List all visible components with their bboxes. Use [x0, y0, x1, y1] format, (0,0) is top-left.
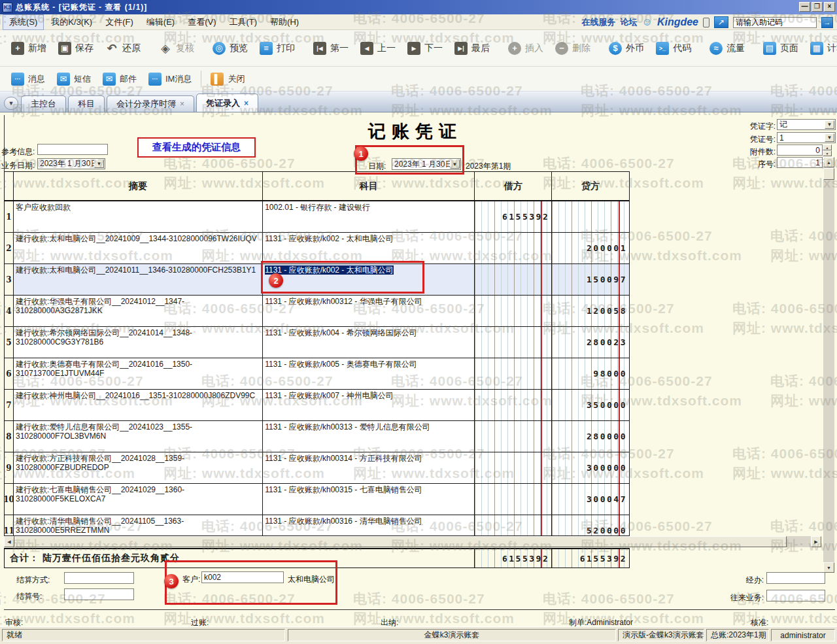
attachment-count-stepper[interactable]: ▲▼ — [823, 144, 832, 156]
table-row[interactable]: 10建行收款:七喜电脑销售公司__20241029__1360-31028000… — [5, 484, 629, 515]
next-button[interactable]: ▶下一 — [401, 39, 449, 58]
table-row[interactable]: 7建行收款:神州电脑公司__20241016__1351-310280000J8… — [5, 390, 629, 421]
debit-cell[interactable] — [475, 264, 552, 295]
table-row[interactable]: 6建行收款:奥德赛电子有限公司__20241016__1350-31071370… — [5, 358, 629, 390]
horizontal-scrollbar[interactable]: ◀ ▶ — [4, 536, 821, 547]
credit-cell[interactable]: 280000 — [552, 421, 629, 452]
first-button[interactable]: |◀第一 — [307, 39, 354, 58]
account-cell[interactable]: 1131 - 应收账款/kh00312 - 华强电子有限公司 — [263, 296, 475, 326]
vertical-scrollbar[interactable]: ▲ ▼ — [823, 157, 834, 573]
close-button[interactable]: × — [824, 2, 835, 12]
chevron-down-icon[interactable]: ▼ — [825, 133, 834, 142]
menu-item-7[interactable]: 帮助(H) — [264, 15, 305, 29]
account-cell[interactable]: 1131 - 应收账款/k004 - 希尔顿网络国际公司 — [263, 327, 475, 358]
previous-button[interactable]: ◀上一 — [354, 39, 401, 58]
debit-cell[interactable] — [475, 515, 552, 536]
close-icon[interactable]: × — [244, 99, 248, 108]
insert-button[interactable]: +插入 — [502, 39, 549, 58]
credit-cell[interactable]: 200001 — [552, 233, 629, 263]
credit-cell[interactable]: 300047 — [552, 484, 629, 515]
table-row[interactable]: 9建行收款:方正科技有限公司__20241028__1359-310280000… — [5, 452, 629, 484]
scroll-left-icon[interactable]: ◀ — [4, 536, 14, 547]
menu-item-5[interactable]: 查看(V) — [182, 15, 222, 29]
vertical-scroll-thumb[interactable] — [823, 168, 834, 180]
credit-cell[interactable] — [552, 201, 629, 232]
flow-button[interactable]: ≈流量 — [704, 39, 751, 58]
scroll-right-icon[interactable]: ▶ — [811, 536, 821, 547]
view-generated-voucher-button[interactable]: 查看生成的凭证信息 — [137, 137, 256, 158]
menu-item-3[interactable]: 文件(F) — [99, 15, 139, 29]
preview-button[interactable]: ◎预览 — [207, 39, 254, 58]
menu-item-6[interactable]: 工具(T) — [223, 15, 263, 29]
minimize-button[interactable]: — — [799, 2, 810, 12]
tab-dropdown-button[interactable]: ▼ — [4, 97, 18, 110]
tab-3[interactable]: 会计分录序时簿× — [107, 95, 194, 112]
debit-cell[interactable] — [475, 327, 552, 358]
operator-input[interactable] — [766, 572, 825, 584]
table-row[interactable]: 5建行收款:希尔顿网络国际公司__20241014__1348-31028000… — [5, 327, 629, 358]
scroll-down-icon[interactable]: ▼ — [823, 562, 834, 573]
forum-link[interactable]: 论坛 — [621, 16, 638, 28]
credit-cell[interactable]: 520000 — [552, 515, 629, 536]
summary-cell[interactable]: 建行收款:神州电脑公司__20241016__1351-310280000J80… — [14, 390, 263, 420]
table-row[interactable]: 3建行收款:太和电脑公司__20241011__1346-310280000FC… — [5, 264, 629, 296]
chevron-down-icon[interactable]: ▼ — [94, 160, 104, 168]
review-button[interactable]: ◈复核 — [153, 39, 200, 58]
credit-cell[interactable]: 280023 — [552, 327, 629, 358]
tab-2[interactable]: 科目 — [68, 95, 105, 112]
debit-cell[interactable] — [475, 233, 552, 263]
credit-cell[interactable]: 120058 — [552, 296, 629, 326]
summary-cell[interactable]: 建行收款:希尔顿网络国际公司__20241014__1348-310280000… — [14, 327, 263, 358]
account-cell[interactable]: 1131 - 应收账款/kh00314 - 方正科技有限公司 — [263, 452, 475, 483]
close-icon[interactable]: × — [180, 99, 184, 109]
credit-cell[interactable]: 150097 — [552, 264, 629, 295]
summary-cell[interactable]: 建行收款:太和电脑公司__20241011__1346-310280000FCH… — [14, 264, 263, 295]
voucher-word-combobox[interactable]: 记▼ — [777, 119, 836, 130]
menu-item-2[interactable]: 我的K/3(K) — [45, 15, 98, 29]
debit-cell[interactable] — [475, 296, 552, 326]
account-cell[interactable]: 1131 - 应收账款/k007 - 神州电脑公司 — [263, 390, 475, 420]
calculator-button[interactable]: ▦计算器 — [804, 39, 837, 58]
account-cell[interactable]: 1131 - 应收账款/kh00315 - 七喜电脑销售公司 — [263, 484, 475, 515]
delete-button[interactable]: −删除 — [549, 39, 596, 58]
sms-button[interactable]: ✉短信 — [51, 69, 97, 89]
close-door-button[interactable]: ▌关闭 — [205, 69, 250, 89]
customer-code-input[interactable]: k002 — [201, 571, 284, 583]
print-button[interactable]: ≡打印 — [254, 39, 301, 58]
page-button[interactable]: ▤页面 — [757, 39, 804, 58]
summary-cell[interactable]: 建行收款:清华电脑销售公司__20241105__1363-310280000E… — [14, 515, 263, 536]
debit-cell[interactable] — [475, 390, 552, 420]
voucher-no-combobox[interactable]: 1▼ — [777, 132, 836, 143]
account-cell[interactable]: 1002.01 - 银行存款 - 建设银行 — [263, 201, 475, 232]
chevron-down-icon[interactable]: ▼ — [825, 120, 834, 129]
debit-cell[interactable]: 6155392 — [475, 201, 552, 232]
menu-item-1[interactable]: 系统(S) — [3, 14, 44, 30]
table-row[interactable]: 1客户应收款回款1002.01 - 银行存款 - 建设银行6155392 — [5, 201, 629, 233]
add-button[interactable]: +新增 — [5, 39, 52, 58]
mail-button[interactable]: ✉邮件 — [97, 69, 143, 89]
settle-no-input[interactable] — [64, 588, 134, 600]
account-cell[interactable]: 1131 - 应收账款/k002 - 太和电脑公司 — [263, 233, 475, 263]
settle-method-input[interactable] — [64, 572, 134, 584]
voucher-entries-table[interactable]: 摘要科目借方贷方1客户应收款回款1002.01 - 银行存款 - 建设银行615… — [4, 171, 630, 536]
undo-button[interactable]: ↶还原 — [99, 39, 146, 58]
credit-cell[interactable]: 98000 — [552, 358, 629, 389]
horizontal-scroll-thumb[interactable] — [15, 536, 787, 547]
biz-date-combobox[interactable]: 2023年 1 月30日▼ — [37, 158, 105, 169]
summary-cell[interactable]: 建行收款:华强电子有限公司__20241012__1347-310280000A… — [14, 296, 263, 326]
table-row[interactable]: 8建行收款:爱特儿信息有限公司__20241023__1355-31028000… — [5, 421, 629, 452]
credit-cell[interactable]: 300000 — [552, 452, 629, 483]
summary-cell[interactable]: 建行收款:七喜电脑销售公司__20241029__1360-310280000F… — [14, 484, 263, 515]
im-message-button[interactable]: ···IM消息 — [143, 69, 197, 89]
account-cell[interactable]: 1131 - 应收账款/kh00313 - 爱特儿信息有限公司 — [263, 421, 475, 452]
summary-cell[interactable]: 建行收款:方正科技有限公司__20241028__1359-310280000F… — [14, 452, 263, 483]
mnemonic-input[interactable] — [733, 17, 817, 28]
debit-cell[interactable] — [475, 358, 552, 389]
tab-1[interactable]: 主控台 — [21, 95, 66, 112]
table-row[interactable]: 2建行收款:太和电脑公司__20241009__1344-31028000096… — [5, 233, 629, 264]
restore-button[interactable]: ❐ — [811, 2, 823, 12]
attachment-count-input[interactable]: 0 — [777, 144, 823, 156]
account-cell[interactable]: 1131 - 应收账款/kh00316 - 清华电脑销售公司 — [263, 515, 475, 536]
debit-cell[interactable] — [475, 421, 552, 452]
last-button[interactable]: ▶|最后 — [449, 39, 496, 58]
